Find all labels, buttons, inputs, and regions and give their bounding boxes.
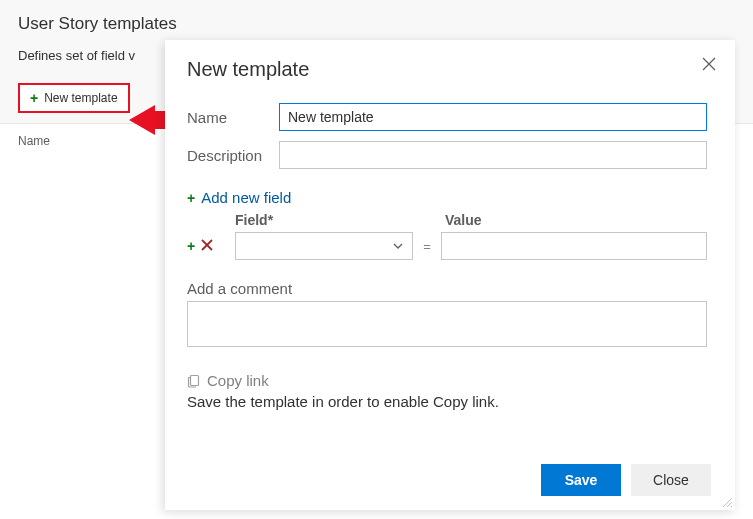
- svg-rect-7: [191, 375, 199, 385]
- dialog-title: New template: [187, 58, 707, 81]
- chevron-down-icon: [392, 240, 404, 252]
- equals-label: =: [413, 239, 441, 254]
- dialog-close-button[interactable]: [697, 52, 721, 76]
- svg-line-8: [723, 498, 732, 507]
- resize-handle-icon[interactable]: [721, 496, 733, 508]
- svg-line-10: [731, 506, 732, 507]
- name-input[interactable]: [279, 103, 707, 131]
- remove-row-icon[interactable]: [201, 239, 213, 253]
- value-input[interactable]: [441, 232, 707, 260]
- copy-link-note: Save the template in order to enable Cop…: [187, 393, 707, 410]
- description-input[interactable]: [279, 141, 707, 169]
- plus-icon: +: [187, 191, 195, 205]
- copy-link-icon: [187, 374, 201, 388]
- new-template-button-label: New template: [44, 91, 117, 105]
- field-row: + =: [187, 232, 707, 260]
- field-column-header: Field*: [235, 212, 417, 228]
- add-new-field-link[interactable]: Add new field: [201, 189, 291, 206]
- copy-link-label: Copy link: [207, 372, 269, 389]
- page-title: User Story templates: [18, 14, 735, 34]
- plus-icon: +: [30, 91, 38, 105]
- name-label: Name: [187, 109, 279, 126]
- save-button[interactable]: Save: [541, 464, 621, 496]
- new-template-button[interactable]: + New template: [18, 83, 130, 113]
- comment-label: Add a comment: [187, 280, 707, 297]
- field-dropdown[interactable]: [235, 232, 413, 260]
- close-button[interactable]: Close: [631, 464, 711, 496]
- value-column-header: Value: [445, 212, 482, 228]
- add-row-icon[interactable]: +: [187, 239, 195, 253]
- close-icon: [702, 57, 716, 71]
- description-label: Description: [187, 147, 279, 164]
- comment-textarea[interactable]: [187, 301, 707, 347]
- new-template-dialog: New template Name Description + Add new …: [165, 40, 735, 510]
